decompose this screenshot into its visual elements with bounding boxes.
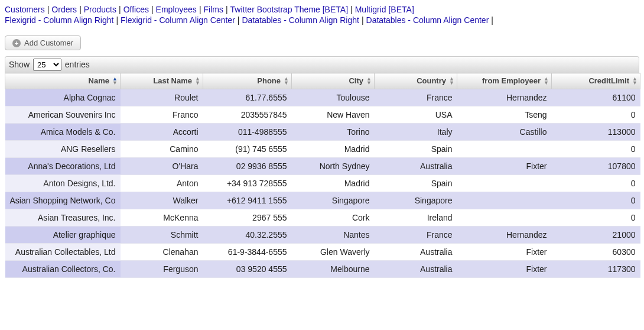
table-cell: New Haven bbox=[292, 106, 375, 124]
add-customer-label: Add Customer bbox=[24, 38, 73, 47]
column-header[interactable]: Name▲▼ bbox=[5, 73, 121, 89]
table-cell: 107800 bbox=[552, 158, 640, 175]
table-row[interactable]: Asian Treasures, Inc.McKenna2967 555Cork… bbox=[5, 209, 640, 227]
table-cell: Tseng bbox=[457, 106, 552, 124]
nav-link[interactable]: Offices bbox=[123, 5, 149, 14]
nav-link[interactable]: Films bbox=[204, 5, 223, 14]
table-cell: Asian Treasures, Inc. bbox=[5, 209, 121, 227]
table-cell: Italy bbox=[375, 124, 457, 141]
table-cell bbox=[457, 192, 552, 209]
nav-link[interactable]: Datatables - Column Align Right bbox=[242, 15, 359, 25]
table-cell: 0 bbox=[552, 175, 640, 192]
nav-link[interactable]: Twitter Bootstrap Theme [BETA] bbox=[230, 5, 348, 14]
table-cell: 61.77.6555 bbox=[203, 89, 292, 106]
table-row[interactable]: American Souvenirs IncFranco2035557845Ne… bbox=[5, 106, 640, 124]
table-row[interactable]: ANG ResellersCamino(91) 745 6555MadridSp… bbox=[5, 141, 640, 158]
page-length-select[interactable]: 102550100 bbox=[33, 59, 61, 71]
table-row[interactable]: Australian Collectables, LtdClenahan61-9… bbox=[5, 244, 640, 261]
column-header[interactable]: Last Name▲▼ bbox=[121, 73, 203, 89]
nav-separator: | bbox=[223, 5, 230, 14]
nav-link[interactable]: Employees bbox=[156, 5, 197, 14]
table-row[interactable]: Australian Collectors, Co.Ferguson03 952… bbox=[5, 261, 640, 278]
column-header[interactable]: Country▲▼ bbox=[375, 73, 457, 89]
column-header[interactable]: City▲▼ bbox=[292, 73, 375, 89]
table-cell: 61100 bbox=[552, 89, 640, 106]
table-cell: Nantes bbox=[292, 227, 375, 244]
table-cell: ANG Resellers bbox=[5, 141, 121, 158]
nav-link[interactable]: Datatables - Column Align Center bbox=[366, 15, 489, 25]
table-cell: +612 9411 1555 bbox=[203, 192, 292, 209]
table-cell: 02 9936 8555 bbox=[203, 158, 292, 175]
table-cell: 011-4988555 bbox=[203, 124, 292, 141]
nav-separator: | bbox=[149, 5, 156, 14]
column-header-label: City bbox=[349, 76, 363, 85]
column-header[interactable]: from Employeer▲▼ bbox=[457, 73, 552, 89]
table-cell: North Sydney bbox=[292, 158, 375, 175]
nav-link[interactable]: Orders bbox=[51, 5, 77, 14]
table-cell: 0 bbox=[552, 192, 640, 209]
table-cell: Franco bbox=[121, 106, 203, 124]
table-cell: 2967 555 bbox=[203, 209, 292, 227]
column-header[interactable]: Phone▲▼ bbox=[203, 73, 292, 89]
table-cell: Fixter bbox=[457, 158, 552, 175]
nav-link[interactable]: Flexigrid - Column Align Right bbox=[5, 15, 113, 25]
table-cell: Hernandez bbox=[457, 227, 552, 244]
column-header-label: from Employeer bbox=[482, 76, 541, 85]
column-header-label: Name bbox=[89, 76, 109, 85]
column-header-label: Phone bbox=[257, 76, 281, 85]
table-row[interactable]: Atelier graphiqueSchmitt40.32.2555Nantes… bbox=[5, 227, 640, 244]
table-cell: Amica Models & Co. bbox=[5, 124, 121, 141]
nav-link[interactable]: Customers bbox=[5, 5, 45, 14]
table-cell: Hernandez bbox=[457, 89, 552, 106]
table-cell: 03 9520 4555 bbox=[203, 261, 292, 278]
table-cell: Anton Designs, Ltd. bbox=[5, 175, 121, 192]
table-body: Alpha CognacRoulet61.77.6555ToulouseFran… bbox=[5, 89, 640, 278]
table-cell bbox=[457, 209, 552, 227]
sort-indicator-icon: ▲▼ bbox=[449, 77, 454, 85]
table-cell: France bbox=[375, 227, 457, 244]
table-row[interactable]: Anton Designs, Ltd.Anton+34 913 728555Ma… bbox=[5, 175, 640, 192]
table-cell: American Souvenirs Inc bbox=[5, 106, 121, 124]
sort-indicator-icon: ▲▼ bbox=[366, 77, 372, 85]
table-cell: McKenna bbox=[121, 209, 203, 227]
table-cell: Toulouse bbox=[292, 89, 375, 106]
table-cell: 40.32.2555 bbox=[203, 227, 292, 244]
toolbar: + Add Customer bbox=[5, 35, 639, 50]
table-cell: Fixter bbox=[457, 244, 552, 261]
table-cell: Spain bbox=[375, 175, 457, 192]
sort-indicator-icon: ▲▼ bbox=[195, 77, 200, 85]
table-cell: Walker bbox=[121, 192, 203, 209]
table-cell bbox=[457, 141, 552, 158]
table-cell: Cork bbox=[292, 209, 375, 227]
sort-indicator-icon: ▲▼ bbox=[112, 77, 118, 85]
table-cell: O'Hara bbox=[121, 158, 203, 175]
table-cell: Australian Collectors, Co. bbox=[5, 261, 121, 278]
table-cell: 2035557845 bbox=[203, 106, 292, 124]
nav-link[interactable]: Flexigrid - Column Align Center bbox=[121, 15, 235, 25]
nav-separator: | bbox=[489, 15, 496, 25]
table-cell: Madrid bbox=[292, 175, 375, 192]
nav-separator: | bbox=[197, 5, 204, 14]
column-header-label: Last Name bbox=[153, 76, 192, 85]
table-cell: 117300 bbox=[552, 261, 640, 278]
column-header[interactable]: CreditLimit▲▼ bbox=[552, 73, 640, 89]
table-cell: 113000 bbox=[552, 124, 640, 141]
table-row[interactable]: Amica Models & Co.Accorti011-4988555Tori… bbox=[5, 124, 640, 141]
length-suffix: entries bbox=[65, 60, 90, 69]
length-prefix: Show bbox=[9, 60, 30, 69]
table-row[interactable]: Asian Shopping Network, CoWalker+612 941… bbox=[5, 192, 640, 209]
nav-link[interactable]: Multigrid [BETA] bbox=[355, 5, 414, 14]
table-cell: Roulet bbox=[121, 89, 203, 106]
table-cell: Ferguson bbox=[121, 261, 203, 278]
nav-separator: | bbox=[348, 5, 355, 14]
nav-separator: | bbox=[113, 15, 121, 25]
nav-link[interactable]: Products bbox=[84, 5, 116, 14]
table-cell: Ireland bbox=[375, 209, 457, 227]
table-cell: Australian Collectables, Ltd bbox=[5, 244, 121, 261]
table-cell: 0 bbox=[552, 106, 640, 124]
table-row[interactable]: Alpha CognacRoulet61.77.6555ToulouseFran… bbox=[5, 89, 640, 106]
table-cell: Singapore bbox=[375, 192, 457, 209]
table-row[interactable]: Anna's Decorations, LtdO'Hara02 9936 855… bbox=[5, 158, 640, 175]
table-cell: Torino bbox=[292, 124, 375, 141]
add-customer-button[interactable]: + Add Customer bbox=[5, 35, 81, 50]
